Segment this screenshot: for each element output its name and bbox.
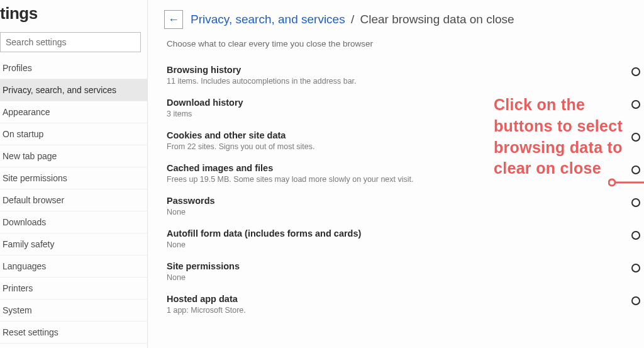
row-title: Cached images and files — [167, 163, 414, 173]
row-title: Hosted app data — [167, 294, 246, 304]
main-panel: ← Privacy, search, and services / Clear … — [148, 0, 644, 348]
row-title: Download history — [167, 98, 243, 108]
row-desc: None — [167, 273, 240, 282]
row-desc: None — [167, 208, 215, 216]
breadcrumb-sep: / — [351, 13, 354, 26]
toggle-cached-images[interactable] — [631, 166, 640, 174]
row-cached-images: Cached images and files Frees up 19.5 MB… — [164, 158, 644, 191]
row-desc: 1 app: Microsoft Store. — [167, 306, 246, 315]
clear-data-list: Browsing history 11 items. Includes auto… — [164, 60, 644, 322]
breadcrumb-parent-link[interactable]: Privacy, search, and services — [191, 13, 345, 26]
sidebar-item-phone-devices[interactable]: Phone and other devices — [0, 344, 147, 348]
sidebar-item-languages[interactable]: Languages — [0, 255, 147, 278]
row-title: Browsing history — [167, 65, 357, 75]
sidebar-item-reset-settings[interactable]: Reset settings — [0, 322, 147, 344]
sidebar-item-appearance[interactable]: Appearance — [0, 101, 147, 123]
row-desc: None — [167, 240, 361, 249]
sidebar-item-default-browser[interactable]: Default browser — [0, 189, 147, 211]
row-download-history: Download history 3 items — [164, 93, 644, 125]
breadcrumb-current: Clear browsing data on close — [360, 13, 514, 26]
sidebar-item-new-tab-page[interactable]: New tab page — [0, 145, 147, 167]
back-button[interactable]: ← — [164, 10, 183, 29]
breadcrumb: ← Privacy, search, and services / Clear … — [164, 10, 644, 29]
row-title: Cookies and other site data — [167, 130, 315, 140]
row-passwords: Passwords None — [164, 191, 644, 223]
toggle-hosted-app-data[interactable] — [631, 296, 640, 305]
sidebar-item-downloads[interactable]: Downloads — [0, 211, 147, 233]
row-title: Site permissions — [167, 261, 240, 271]
sidebar-item-on-startup[interactable]: On startup — [0, 123, 147, 145]
settings-sidebar: tings Profiles Privacy, search, and serv… — [0, 0, 148, 348]
row-desc: 11 items. Includes autocompletions in th… — [167, 77, 357, 86]
search-input[interactable] — [0, 32, 141, 52]
row-desc: From 22 sites. Signs you out of most sit… — [167, 142, 315, 151]
arrow-left-icon: ← — [168, 13, 179, 26]
settings-nav: Profiles Privacy, search, and services A… — [0, 57, 147, 348]
toggle-cookies[interactable] — [631, 133, 640, 142]
settings-heading: tings — [0, 0, 147, 32]
sidebar-item-system[interactable]: System — [0, 300, 147, 322]
row-autofill: Autofill form data (includes forms and c… — [164, 223, 644, 256]
row-desc: Frees up 19.5 MB. Some sites may load mo… — [167, 175, 414, 184]
row-browsing-history: Browsing history 11 items. Includes auto… — [164, 60, 644, 93]
sidebar-item-site-permissions[interactable]: Site permissions — [0, 167, 147, 189]
sidebar-item-printers[interactable]: Printers — [0, 278, 147, 300]
sidebar-item-privacy-search-services[interactable]: Privacy, search, and services — [0, 79, 147, 101]
row-site-permissions: Site permissions None — [164, 256, 644, 289]
toggle-site-permissions[interactable] — [631, 264, 640, 272]
row-desc: 3 items — [167, 109, 243, 118]
row-title: Passwords — [167, 196, 215, 206]
sidebar-item-profiles[interactable]: Profiles — [0, 57, 147, 79]
toggle-passwords[interactable] — [631, 198, 640, 207]
page-subtitle: Choose what to clear every time you clos… — [167, 39, 644, 48]
row-title: Autofill form data (includes forms and c… — [167, 228, 361, 239]
toggle-browsing-history[interactable] — [631, 67, 640, 76]
toggle-download-history[interactable] — [631, 100, 640, 109]
row-cookies: Cookies and other site data From 22 site… — [164, 125, 644, 158]
sidebar-item-family-safety[interactable]: Family safety — [0, 233, 147, 255]
toggle-autofill[interactable] — [631, 231, 640, 240]
row-hosted-app-data: Hosted app data 1 app: Microsoft Store. — [164, 289, 644, 322]
